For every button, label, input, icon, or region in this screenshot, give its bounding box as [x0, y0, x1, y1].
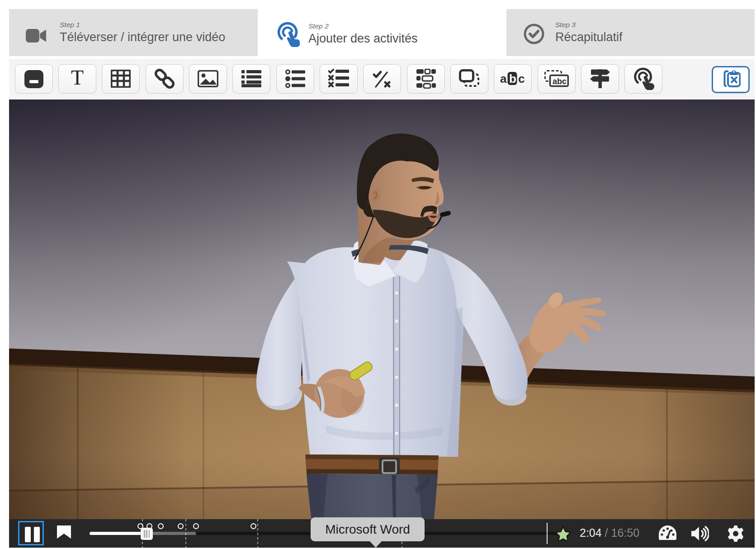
svg-text:b: b — [509, 72, 516, 85]
svg-text:c: c — [518, 72, 524, 85]
svg-text:a: a — [500, 72, 507, 85]
svg-text:abc: abc — [553, 77, 567, 86]
